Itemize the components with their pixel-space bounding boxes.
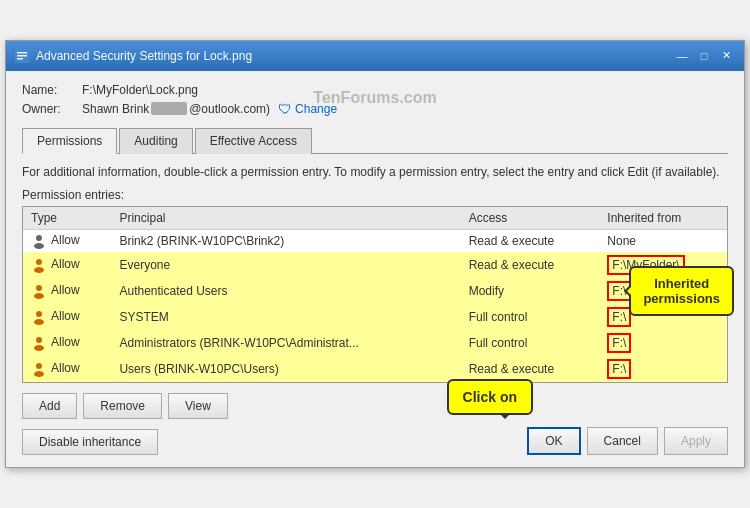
window-title: Advanced Security Settings for Lock.png: [36, 49, 252, 63]
owner-email-suffix: @outlook.com): [189, 102, 270, 116]
disable-inheritance-button[interactable]: Disable inheritance: [22, 429, 158, 455]
change-owner-link[interactable]: 🛡 Change: [278, 101, 337, 117]
window-icon: [14, 48, 30, 64]
svg-point-12: [36, 337, 42, 343]
name-value: F:\MyFolder\Lock.png: [82, 83, 198, 97]
user-icon: [31, 257, 47, 273]
view-button[interactable]: View: [168, 393, 228, 419]
svg-rect-2: [17, 55, 27, 57]
svg-point-11: [34, 319, 44, 325]
tab-permissions[interactable]: Permissions: [22, 128, 117, 154]
minimize-button[interactable]: —: [672, 47, 692, 65]
cell-type: Allow: [23, 278, 111, 304]
close-button[interactable]: ✕: [716, 47, 736, 65]
user-icon: [31, 233, 47, 249]
cell-principal: Administrators (BRINK-W10PC\Administrat.…: [111, 330, 460, 356]
section-label: Permission entries:: [22, 188, 728, 202]
cell-access: Modify: [461, 278, 600, 304]
action-buttons-row: Add Remove View: [22, 393, 728, 419]
cell-principal: Brink2 (BRINK-W10PC\Brink2): [111, 230, 460, 253]
cell-access: Full control: [461, 304, 600, 330]
svg-point-15: [34, 371, 44, 377]
col-type: Type: [23, 207, 111, 230]
cell-inherited: F:\: [599, 356, 727, 382]
svg-point-7: [34, 267, 44, 273]
owner-label: Owner:: [22, 102, 82, 116]
svg-point-4: [36, 235, 42, 241]
content-area: Name: F:\MyFolder\Lock.png Owner: Shawn …: [6, 71, 744, 468]
svg-point-14: [36, 363, 42, 369]
cell-type: Allow: [23, 230, 111, 253]
owner-row: Owner: Shawn Brink @outlook.com) 🛡 Chang…: [22, 101, 728, 117]
owner-name: Shawn Brink: [82, 102, 149, 116]
cell-principal: Users (BRINK-W10PC\Users): [111, 356, 460, 382]
table-row[interactable]: AllowBrink2 (BRINK-W10PC\Brink2)Read & e…: [23, 230, 727, 253]
cell-type: Allow: [23, 330, 111, 356]
col-access: Access: [461, 207, 600, 230]
add-button[interactable]: Add: [22, 393, 77, 419]
name-row: Name: F:\MyFolder\Lock.png: [22, 83, 728, 97]
tab-bar: Permissions Auditing Effective Access: [22, 127, 728, 154]
cell-principal: Everyone: [111, 252, 460, 278]
name-label: Name:: [22, 83, 82, 97]
cell-access: Read & execute: [461, 252, 600, 278]
owner-email-hidden: [151, 102, 187, 115]
apply-button[interactable]: Apply: [664, 427, 728, 455]
tab-auditing[interactable]: Auditing: [119, 128, 192, 154]
title-bar-left: Advanced Security Settings for Lock.png: [14, 48, 252, 64]
window-content: TenForums.com Name: F:\MyFolder\Lock.png…: [6, 71, 744, 468]
svg-rect-1: [17, 52, 27, 54]
svg-rect-3: [17, 58, 23, 60]
cell-principal: Authenticated Users: [111, 278, 460, 304]
table-row[interactable]: AllowUsers (BRINK-W10PC\Users)Read & exe…: [23, 356, 727, 382]
cell-principal: SYSTEM: [111, 304, 460, 330]
remove-button[interactable]: Remove: [83, 393, 162, 419]
description-text: For additional information, double-click…: [22, 164, 728, 181]
bottom-buttons-row: Disable inheritance Click on OK Cancel A…: [22, 427, 728, 455]
svg-point-13: [34, 345, 44, 351]
cell-inherited: None: [599, 230, 727, 253]
table-row[interactable]: AllowSYSTEMFull controlF:\: [23, 304, 727, 330]
col-inherited: Inherited from: [599, 207, 727, 230]
svg-point-10: [36, 311, 42, 317]
shield-icon: 🛡: [278, 101, 292, 117]
user-icon: [31, 335, 47, 351]
cell-type: Allow: [23, 356, 111, 382]
user-icon: [31, 283, 47, 299]
dialog-buttons: OK Cancel Apply: [527, 427, 728, 455]
user-icon: [31, 309, 47, 325]
tab-effective-access[interactable]: Effective Access: [195, 128, 312, 154]
cell-type: Allow: [23, 252, 111, 278]
main-window: Advanced Security Settings for Lock.png …: [5, 40, 745, 469]
svg-point-9: [34, 293, 44, 299]
table-row[interactable]: AllowEveryoneRead & executeF:\MyFolder\: [23, 252, 727, 278]
cancel-button[interactable]: Cancel: [587, 427, 658, 455]
click-on-callout: Click on: [447, 379, 533, 415]
cell-access: Full control: [461, 330, 600, 356]
title-bar: Advanced Security Settings for Lock.png …: [6, 41, 744, 71]
svg-point-6: [36, 259, 42, 265]
change-label: Change: [295, 102, 337, 116]
ok-button[interactable]: OK: [527, 427, 580, 455]
svg-point-5: [34, 243, 44, 249]
cell-type: Allow: [23, 304, 111, 330]
col-principal: Principal: [111, 207, 460, 230]
title-bar-controls: — □ ✕: [672, 47, 736, 65]
user-icon: [31, 361, 47, 377]
cell-access: Read & execute: [461, 230, 600, 253]
table-row[interactable]: AllowAdministrators (BRINK-W10PC\Adminis…: [23, 330, 727, 356]
cell-inherited: F:\: [599, 330, 727, 356]
table-header-row: Type Principal Access Inherited from: [23, 207, 727, 230]
svg-point-8: [36, 285, 42, 291]
inherited-permissions-callout: Inheritedpermissions: [629, 266, 734, 316]
maximize-button[interactable]: □: [694, 47, 714, 65]
